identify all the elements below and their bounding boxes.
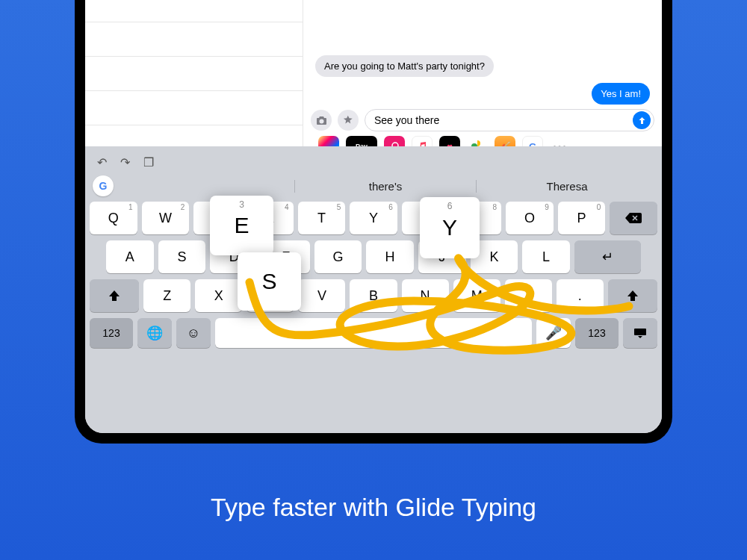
suggestion-3[interactable]: Theresa bbox=[476, 180, 657, 193]
key-l[interactable]: L bbox=[522, 240, 570, 273]
svg-rect-1 bbox=[634, 329, 646, 335]
undo-icon[interactable]: ↶ bbox=[97, 155, 107, 169]
space-key[interactable] bbox=[215, 318, 532, 348]
clipboard-icon[interactable]: ❐ bbox=[143, 155, 154, 169]
key-popup-e: 3 E bbox=[210, 196, 273, 255]
hide-keyboard-key[interactable] bbox=[623, 318, 657, 348]
outgoing-message: Yes I am! bbox=[592, 83, 650, 105]
emoji-key[interactable]: ☺ bbox=[176, 318, 211, 348]
key-popup-y: 6 Y bbox=[420, 197, 480, 258]
shift-key-right[interactable] bbox=[608, 279, 657, 312]
conversation-list bbox=[85, 0, 303, 146]
app-store-button[interactable] bbox=[338, 110, 359, 131]
key-m[interactable]: M bbox=[453, 279, 500, 312]
promo-caption: Type faster with Glide Typing bbox=[0, 493, 747, 522]
key-b[interactable]: B bbox=[350, 279, 397, 312]
screen: Are you going to Matt's party tonight? Y… bbox=[85, 0, 662, 433]
suggestion-bar: G there's Theresa bbox=[90, 173, 657, 199]
redo-icon[interactable]: ↷ bbox=[120, 155, 130, 169]
send-button[interactable] bbox=[633, 111, 651, 129]
globe-key[interactable]: 🌐 bbox=[137, 318, 172, 348]
key-n[interactable]: N bbox=[402, 279, 449, 312]
key-w[interactable]: 2W bbox=[142, 202, 190, 234]
shift-key-left[interactable] bbox=[90, 279, 139, 312]
key-o[interactable]: 9O bbox=[506, 202, 554, 234]
numbers-key-right[interactable]: 123 bbox=[575, 318, 619, 348]
key-y[interactable]: 6Y bbox=[350, 202, 397, 234]
numbers-key[interactable]: 123 bbox=[90, 318, 133, 348]
key-g[interactable]: G bbox=[314, 240, 362, 273]
tablet-frame: Are you going to Matt's party tonight? Y… bbox=[75, 0, 672, 444]
key-z[interactable]: Z bbox=[143, 279, 190, 312]
return-key[interactable]: ↵ bbox=[574, 240, 641, 273]
incoming-message: Are you going to Matt's party tonight? bbox=[315, 55, 494, 77]
key-s[interactable]: S bbox=[158, 240, 206, 273]
camera-button[interactable] bbox=[311, 110, 332, 131]
conversation-view: Are you going to Matt's party tonight? Y… bbox=[303, 0, 662, 146]
key-h[interactable]: H bbox=[366, 240, 414, 273]
message-text: See you there bbox=[374, 114, 633, 126]
suggestion-2[interactable]: there's bbox=[294, 180, 476, 193]
keyboard-toolbar: ↶ ↷ ❐ bbox=[90, 151, 657, 173]
key-p[interactable]: 0P bbox=[558, 202, 606, 234]
gboard-keyboard: ↶ ↷ ❐ G there's Theresa 1Q2W3E4R5T6Y7U8I… bbox=[85, 146, 662, 433]
key-x[interactable]: X bbox=[195, 279, 242, 312]
key-comma[interactable]: , bbox=[505, 279, 552, 312]
key-q[interactable]: 1Q bbox=[90, 202, 137, 234]
mic-key[interactable]: 🎤 bbox=[536, 318, 571, 348]
suggestion-1[interactable] bbox=[114, 180, 294, 193]
key-period[interactable]: . bbox=[557, 279, 604, 312]
key-v[interactable]: V bbox=[298, 279, 345, 312]
key-a[interactable]: A bbox=[106, 240, 154, 273]
key-popup-s: S bbox=[238, 252, 301, 311]
key-t[interactable]: 5T bbox=[298, 202, 346, 234]
backspace-key[interactable] bbox=[610, 202, 657, 234]
messages-app: Are you going to Matt's party tonight? Y… bbox=[85, 0, 662, 146]
google-search-button[interactable]: G bbox=[93, 175, 114, 196]
message-input[interactable]: See you there bbox=[365, 109, 654, 131]
